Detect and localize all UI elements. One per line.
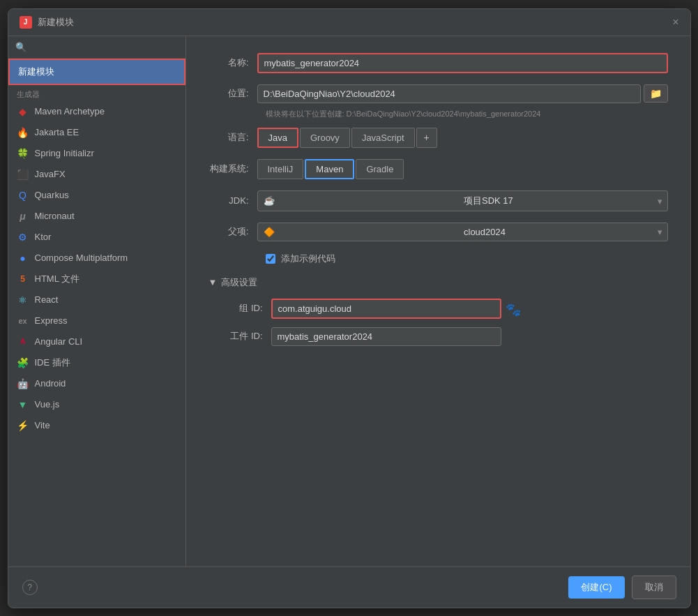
advanced-fields: 组 ID: 🐾 工件 ID: xyxy=(208,299,668,346)
artifact-id-row: 工件 ID: xyxy=(208,327,668,346)
advanced-toggle[interactable]: ▼ 高级设置 xyxy=(208,276,668,289)
main-panel: 名称: 位置: 📁 模块将在以下位置创建: D:\BeiDaQingNiao\Y… xyxy=(186,36,690,566)
language-groovy-button[interactable]: Groovy xyxy=(300,128,350,148)
name-row: 名称: xyxy=(208,53,668,73)
language-javascript-button[interactable]: JavaScript xyxy=(351,128,415,148)
add-sample-code-checkbox[interactable] xyxy=(266,254,275,264)
micronaut-icon: μ xyxy=(17,210,29,223)
android-icon: 🤖 xyxy=(17,377,29,390)
sidebar-item-label: Express xyxy=(35,315,68,326)
sidebar-item-label: Android xyxy=(35,378,66,389)
javafx-icon: ⬛ xyxy=(17,168,29,181)
sidebar-item-label: Compose Multiplatform xyxy=(35,253,128,263)
build-gradle-button[interactable]: Gradle xyxy=(356,159,404,179)
sidebar-item-maven-archetype[interactable]: ◆ Maven Archetype xyxy=(8,101,185,122)
sidebar-item-compose[interactable]: ● Compose Multiplatform xyxy=(8,248,185,269)
sidebar-item-vite[interactable]: ⚡ Vite xyxy=(8,415,185,436)
name-label: 名称: xyxy=(208,57,257,69)
language-java-button[interactable]: Java xyxy=(257,128,298,148)
sidebar-item-label: Vue.js xyxy=(35,399,60,410)
section-label: 生成器 xyxy=(8,85,185,101)
parent-select[interactable]: 🔶 cloud2024 xyxy=(257,223,668,241)
search-input[interactable] xyxy=(31,42,179,52)
sidebar-item-label: IDE 插件 xyxy=(35,356,70,369)
sidebar-item-label: Micronaut xyxy=(35,211,75,221)
build-intellij-button[interactable]: IntelliJ xyxy=(257,159,304,179)
sidebar-item-label: Ktor xyxy=(35,232,52,242)
build-maven-button[interactable]: Maven xyxy=(305,159,354,179)
build-control: IntelliJ Maven Gradle xyxy=(257,159,668,179)
cancel-button[interactable]: 取消 xyxy=(632,576,676,599)
help-button[interactable]: ? xyxy=(22,580,38,595)
build-toggle-group: IntelliJ Maven Gradle xyxy=(257,159,668,179)
compose-icon: ● xyxy=(17,252,29,264)
name-control xyxy=(257,53,668,73)
sidebar-item-spring-initializr[interactable]: 🍀 Spring Initializr xyxy=(8,143,185,164)
sidebar-item-angular-cli[interactable]: Ａ Angular CLI xyxy=(8,331,185,352)
location-input[interactable] xyxy=(257,84,641,103)
sidebar-item-react[interactable]: ⚛ React xyxy=(8,290,185,310)
group-id-input[interactable] xyxy=(271,299,501,319)
parent-select-wrap: 🔶 cloud2024 xyxy=(257,223,668,241)
location-hint: 模块将在以下位置创建: D:\BeiDaQingNiao\Y2\cloud202… xyxy=(266,109,668,119)
jakarta-ee-icon: 🔥 xyxy=(17,126,29,139)
app-icon: J xyxy=(20,16,32,29)
sidebar-item-label: Quarkus xyxy=(35,190,69,200)
ide-plugin-icon: 🧩 xyxy=(17,356,29,369)
new-module-dialog: J 新建模块 × 🔍 新建模块 生成器 ◆ Maven Archetype xyxy=(8,8,691,608)
sidebar-item-html[interactable]: 5 HTML 文件 xyxy=(8,269,185,290)
jdk-select-wrap: ☕ 项目SDK 17 xyxy=(257,190,668,211)
location-row: 位置: 📁 xyxy=(208,84,668,103)
group-id-label: 组 ID: xyxy=(208,302,271,315)
sidebar-item-label: React xyxy=(35,294,59,305)
sidebar-item-ide-plugin[interactable]: 🧩 IDE 插件 xyxy=(8,352,185,373)
sidebar-item-vuejs[interactable]: ▼ Vue.js xyxy=(8,394,185,415)
title-bar: J 新建模块 × xyxy=(8,9,690,36)
sidebar-item-label: Spring Initializr xyxy=(35,148,94,158)
location-label: 位置: xyxy=(208,87,257,100)
close-button[interactable]: × xyxy=(672,16,678,29)
language-toggle-group: Java Groovy JavaScript + xyxy=(257,128,668,148)
advanced-label: 高级设置 xyxy=(221,276,257,289)
sidebar-item-jakarta-ee[interactable]: 🔥 Jakarta EE xyxy=(8,122,185,143)
html-icon: 5 xyxy=(17,273,29,285)
create-button[interactable]: 创建(C) xyxy=(568,576,624,599)
sidebar-item-label: Angular CLI xyxy=(35,336,83,347)
sidebar-item-ktor[interactable]: ⚙ Ktor xyxy=(8,227,185,248)
checkbox-row: 添加示例代码 xyxy=(266,253,668,265)
artifact-id-input[interactable] xyxy=(271,327,501,346)
vuejs-icon: ▼ xyxy=(17,398,29,411)
jdk-row: JDK: ☕ 项目SDK 17 xyxy=(208,190,668,211)
jdk-icon: ☕ xyxy=(264,195,462,206)
sidebar: 🔍 新建模块 生成器 ◆ Maven Archetype 🔥 Jakarta E… xyxy=(8,36,186,566)
sidebar-item-micronaut[interactable]: μ Micronaut xyxy=(8,206,185,227)
build-label: 构建系统: xyxy=(208,163,257,175)
sidebar-item-label: Maven Archetype xyxy=(35,106,105,117)
build-row: 构建系统: IntelliJ Maven Gradle xyxy=(208,159,668,179)
sidebar-item-android[interactable]: 🤖 Android xyxy=(8,373,185,394)
cursor-icon: 🐾 xyxy=(506,302,521,317)
sidebar-item-label: Vite xyxy=(35,420,50,430)
sidebar-item-label: HTML 文件 xyxy=(35,273,80,285)
location-control: 📁 xyxy=(257,84,668,103)
parent-icon: 🔶 xyxy=(264,227,462,237)
sidebar-item-express[interactable]: ex Express xyxy=(8,310,185,331)
sidebar-item-javafx[interactable]: ⬛ JavaFX xyxy=(8,164,185,185)
react-icon: ⚛ xyxy=(17,294,29,306)
selected-module-item[interactable]: 新建模块 xyxy=(8,59,185,85)
sidebar-list: ◆ Maven Archetype 🔥 Jakarta EE 🍀 Spring … xyxy=(8,101,185,566)
collapse-icon: ▼ xyxy=(208,277,218,287)
angular-icon: Ａ xyxy=(17,336,29,348)
jdk-label: JDK: xyxy=(208,195,257,206)
sidebar-item-quarkus[interactable]: Q Quarkus xyxy=(8,185,185,206)
ktor-icon: ⚙ xyxy=(17,231,29,243)
language-label: 语言: xyxy=(208,131,257,144)
language-add-button[interactable]: + xyxy=(416,128,437,148)
selected-item-label: 新建模块 xyxy=(18,66,54,78)
express-icon: ex xyxy=(17,315,29,327)
spring-icon: 🍀 xyxy=(17,147,29,160)
browse-folder-button[interactable]: 📁 xyxy=(644,84,668,103)
name-input[interactable] xyxy=(257,53,668,73)
jdk-select[interactable]: ☕ 项目SDK 17 xyxy=(257,190,668,211)
language-row: 语言: Java Groovy JavaScript + xyxy=(208,128,668,148)
